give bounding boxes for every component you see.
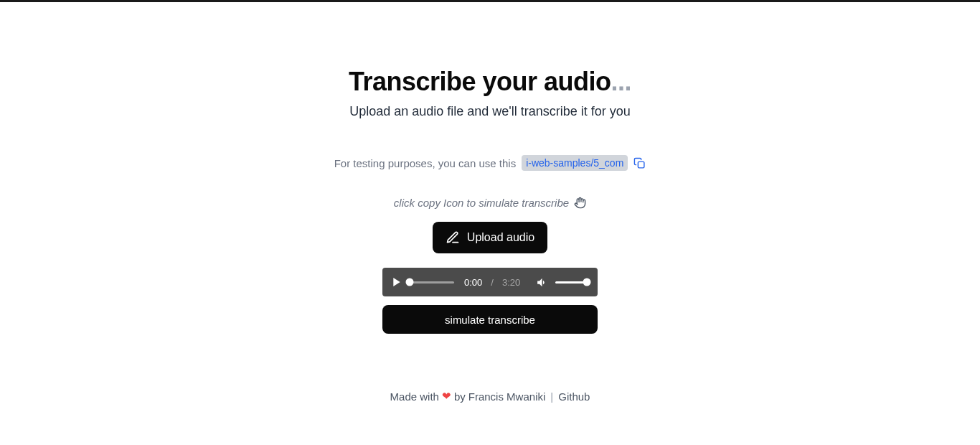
- simulate-transcribe-button[interactable]: simulate transcribe: [382, 305, 598, 334]
- upload-button-label: Upload audio: [467, 231, 534, 244]
- author-link[interactable]: Francis Mwaniki: [468, 390, 546, 403]
- heart-icon: ❤: [442, 390, 451, 403]
- hint-text: click copy Icon to simulate transcribe: [394, 197, 569, 209]
- main-container: Transcribe your audio... Upload an audio…: [0, 2, 980, 403]
- page-subtitle: Upload an audio file and we'll transcrib…: [349, 104, 631, 119]
- sample-url-chip[interactable]: i-web-samples/5_com: [522, 155, 628, 171]
- seek-thumb[interactable]: [406, 278, 414, 286]
- play-icon[interactable]: [391, 276, 402, 288]
- test-intro-text: For testing purposes, you can use this: [334, 157, 516, 169]
- time-current: 0:00: [464, 277, 482, 288]
- svg-rect-0: [639, 161, 645, 168]
- copy-icon[interactable]: [633, 157, 646, 169]
- title-ellipsis: ...: [611, 67, 632, 96]
- footer-made-with: Made with: [390, 390, 439, 403]
- pen-icon: [446, 230, 460, 245]
- title-text: Transcribe your audio: [349, 67, 611, 96]
- time-separator: /: [491, 277, 494, 288]
- footer-by: by: [454, 390, 466, 403]
- volume-thumb[interactable]: [583, 278, 591, 286]
- upload-audio-button[interactable]: Upload audio: [433, 222, 547, 253]
- volume-icon[interactable]: [536, 276, 548, 289]
- test-sample-row: For testing purposes, you can use this i…: [334, 155, 646, 171]
- svg-marker-1: [393, 278, 400, 286]
- github-link[interactable]: Github: [558, 390, 590, 403]
- hint-row: click copy Icon to simulate transcribe: [394, 197, 586, 209]
- footer: Made with ❤ by Francis Mwaniki | Github: [390, 390, 590, 403]
- volume-slider[interactable]: [555, 281, 587, 284]
- time-total: 3:20: [502, 277, 520, 288]
- pointer-icon: [574, 197, 586, 209]
- footer-separator: |: [550, 390, 553, 403]
- page-title: Transcribe your audio...: [349, 67, 631, 97]
- audio-player: 0:00 / 3:20: [382, 268, 598, 296]
- seek-slider[interactable]: [410, 281, 454, 284]
